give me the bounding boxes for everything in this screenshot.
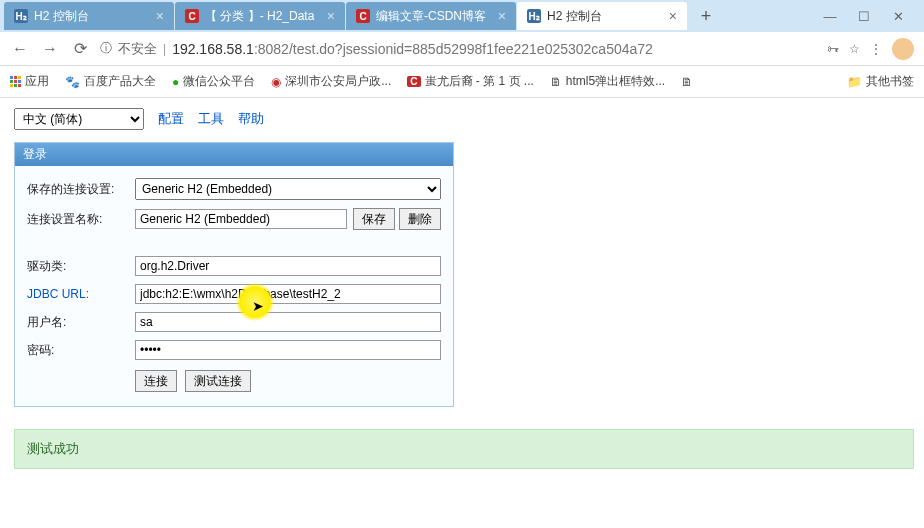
csdn-icon: C <box>356 9 370 23</box>
saved-settings-label: 保存的连接设置: <box>27 181 135 198</box>
user-label: 用户名: <box>27 314 135 331</box>
user-input[interactable] <box>135 312 441 332</box>
tools-link[interactable]: 工具 <box>198 110 224 128</box>
address-bar[interactable]: ⓘ 不安全 | 192.168.58.1:8082/test.do?jsessi… <box>100 40 817 58</box>
folder-icon: 📁 <box>847 75 862 89</box>
driver-input[interactable] <box>135 256 441 276</box>
h2-icon: H₂ <box>14 9 28 23</box>
language-select[interactable]: 中文 (简体) <box>14 108 144 130</box>
saved-settings-select[interactable]: Generic H2 (Embedded) <box>135 178 441 200</box>
profile-avatar[interactable] <box>892 38 914 60</box>
bookmark-baidu[interactable]: 🐾百度产品大全 <box>65 73 156 90</box>
config-link[interactable]: 配置 <box>158 110 184 128</box>
h2-icon: H₂ <box>527 9 541 23</box>
paw-icon: 🐾 <box>65 75 80 89</box>
window-controls: — ☐ ✕ <box>820 9 920 24</box>
page-icon: 🗎 <box>550 75 562 89</box>
tab-title: H2 控制台 <box>547 8 663 25</box>
reload-button[interactable]: ⟳ <box>70 39 90 59</box>
back-button[interactable]: ← <box>10 39 30 59</box>
bookmark-blank[interactable]: 🗎 <box>681 75 693 89</box>
bookmark-star-icon[interactable]: ☆ <box>849 42 860 56</box>
page-icon: 🗎 <box>681 75 693 89</box>
bookmark-csdn[interactable]: C蚩尤后裔 - 第 1 页 ... <box>407 73 534 90</box>
panel-title: 登录 <box>15 143 453 166</box>
setting-name-label: 连接设置名称: <box>27 211 135 228</box>
tab-category-h2data[interactable]: C 【 分类 】- H2_Data × <box>175 2 345 30</box>
save-button[interactable]: 保存 <box>353 208 395 230</box>
csdn-icon: C <box>407 76 420 87</box>
close-icon[interactable]: × <box>156 8 164 24</box>
tab-strip: H₂ H2 控制台 × C 【 分类 】- H2_Data × C 编辑文章-C… <box>0 0 924 32</box>
url-text: 192.168.58.1:8082/test.do?jsessionid=885… <box>172 41 653 57</box>
help-link[interactable]: 帮助 <box>238 110 264 128</box>
close-icon[interactable]: × <box>498 8 506 24</box>
setting-name-input[interactable] <box>135 209 347 229</box>
maximize-button[interactable]: ☐ <box>854 9 874 24</box>
new-tab-button[interactable]: + <box>694 4 718 28</box>
close-icon[interactable]: × <box>669 8 677 24</box>
navigation-bar: ← → ⟳ ⓘ 不安全 | 192.168.58.1:8082/test.do?… <box>0 32 924 66</box>
connect-button[interactable]: 连接 <box>135 370 177 392</box>
jdbc-url-input[interactable] <box>135 284 441 304</box>
password-input[interactable] <box>135 340 441 360</box>
bookmark-bar: 应用 🐾百度产品大全 ●微信公众平台 ◉深圳市公安局户政... C蚩尤后裔 - … <box>0 66 924 98</box>
emblem-icon: ◉ <box>271 75 281 89</box>
minimize-button[interactable]: — <box>820 9 840 24</box>
test-connection-button[interactable]: 测试连接 <box>185 370 251 392</box>
tab-csdn-edit[interactable]: C 编辑文章-CSDN博客 × <box>346 2 516 30</box>
password-label: 密码: <box>27 342 135 359</box>
close-icon[interactable]: × <box>327 8 335 24</box>
other-bookmarks[interactable]: 📁其他书签 <box>847 73 914 90</box>
wechat-icon: ● <box>172 75 179 89</box>
jdbc-url-label[interactable]: JDBC URL: <box>27 287 135 301</box>
delete-button[interactable]: 删除 <box>399 208 441 230</box>
page-content: 中文 (简体) 配置 工具 帮助 登录 保存的连接设置: Generic H2 … <box>0 98 924 479</box>
tab-title: 【 分类 】- H2_Data <box>205 8 321 25</box>
forward-button[interactable]: → <box>40 39 60 59</box>
tab-h2-console-active[interactable]: H₂ H2 控制台 × <box>517 2 687 30</box>
insecure-label: 不安全 <box>118 40 157 58</box>
tab-title: H2 控制台 <box>34 8 150 25</box>
apps-shortcut[interactable]: 应用 <box>10 73 49 90</box>
close-window-button[interactable]: ✕ <box>888 9 908 24</box>
driver-label: 驱动类: <box>27 258 135 275</box>
save-password-icon[interactable]: 🗝 <box>827 42 839 56</box>
bookmark-wechat[interactable]: ●微信公众平台 <box>172 73 255 90</box>
bookmark-shenzhen[interactable]: ◉深圳市公安局户政... <box>271 73 391 90</box>
login-panel: 登录 保存的连接设置: Generic H2 (Embedded) 连接设置名称… <box>14 142 454 407</box>
tab-h2-console-1[interactable]: H₂ H2 控制台 × <box>4 2 174 30</box>
apps-grid-icon <box>10 76 21 87</box>
csdn-icon: C <box>185 9 199 23</box>
info-icon[interactable]: ⓘ <box>100 40 112 57</box>
bookmark-html5[interactable]: 🗎html5弹出框特效... <box>550 73 665 90</box>
tab-title: 编辑文章-CSDN博客 <box>376 8 492 25</box>
menu-icon[interactable]: ⋮ <box>870 42 882 56</box>
status-message: 测试成功 <box>14 429 914 469</box>
